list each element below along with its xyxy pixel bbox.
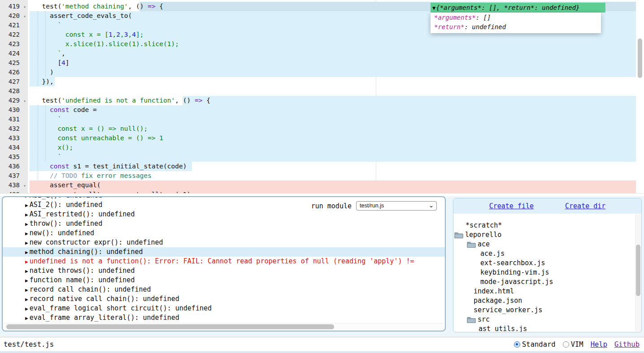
help-link[interactable]: Help <box>591 340 607 349</box>
code-line[interactable]: const calltree = root_calltree(s1) <box>28 190 644 194</box>
gutter-line-number: 427 <box>0 77 28 86</box>
create-dir-link[interactable]: Create dir <box>565 202 605 210</box>
line-number: 419 <box>9 3 20 10</box>
file-tree-scrollbar[interactable] <box>635 215 641 331</box>
expand-triangle-icon: ▶ <box>25 268 28 274</box>
results-scrollbar-thumb[interactable] <box>6 324 334 329</box>
tree-item[interactable]: keybinding-vim.js <box>453 268 635 277</box>
test-result-row[interactable]: ▶ASI_1(): undefined <box>3 196 445 200</box>
create-file-link[interactable]: Create file <box>489 202 534 210</box>
file-tree-scrollbar-thumb[interactable] <box>636 245 640 296</box>
test-result-text: new(): undefined <box>30 229 95 237</box>
code-line[interactable]: const unreachable = () => 1 <box>28 133 644 143</box>
tree-item[interactable]: *scratch* <box>453 221 635 230</box>
code-line[interactable]: ` <box>28 152 644 162</box>
gutter-line-number: 420▾ <box>0 11 28 21</box>
tree-item[interactable]: package.json <box>453 296 635 306</box>
code-token: 2 <box>116 31 120 38</box>
code-line[interactable]: const s1 = test_initial_state(code) <box>28 162 644 171</box>
module-select[interactable]: test/run.js ⌄ <box>356 201 437 211</box>
code-token: }), <box>34 78 54 85</box>
code-line[interactable]: const x = () => null(); <box>28 124 644 133</box>
code-line[interactable]: }), <box>28 77 644 86</box>
tree-item[interactable]: service_worker.js <box>453 306 635 315</box>
test-result-row[interactable]: ▶eval_frame logical short circuit(): und… <box>3 304 445 313</box>
tree-item-label: ace.js <box>480 249 505 258</box>
test-result-row[interactable]: ▶eval_frame array_literal(): undefined <box>3 313 445 323</box>
test-result-row[interactable]: ▶record native call chain(): undefined <box>3 294 445 304</box>
tree-item[interactable]: mode-javascript.js <box>453 277 635 287</box>
line-number: 422 <box>9 31 20 38</box>
fold-arrow-icon[interactable]: ▾ <box>23 181 26 190</box>
tree-item[interactable]: ext-searchbox.js <box>453 258 635 268</box>
test-result-row[interactable]: ▶new constructor expr(): undefined <box>3 238 445 247</box>
test-result-row[interactable]: ▶function name(): undefined <box>3 276 445 285</box>
test-result-row[interactable]: ▶ASI_restrited(): undefined <box>3 210 445 219</box>
file-tree-panel: Create file Create dir *scratch*leporell… <box>453 198 642 332</box>
tree-item[interactable]: ace.js <box>453 249 635 258</box>
folder-icon <box>467 316 476 323</box>
editor-scrollbar-thumb[interactable] <box>638 39 642 78</box>
test-result-row[interactable]: ▶record call chain(): undefined <box>3 285 445 294</box>
fold-arrow-icon[interactable]: ▾ <box>23 96 26 106</box>
code-line[interactable] <box>28 86 644 96</box>
code-editor[interactable]: 419▾420▾421422423424425426427428429▾4304… <box>0 0 644 194</box>
gutter-line-number: 423 <box>0 39 28 49</box>
tooltip-row-return[interactable]: *return*: undefined <box>431 22 601 32</box>
test-result-row[interactable]: ▶undefined is not a function(): Error: F… <box>3 257 445 266</box>
results-horizontal-scrollbar[interactable] <box>4 323 444 330</box>
line-number: 427 <box>9 78 20 85</box>
code-token: 'method chaining' <box>61 3 128 10</box>
code-token: // TODO <box>50 172 77 179</box>
github-link[interactable]: Github <box>614 340 640 349</box>
code-line[interactable]: x(); <box>28 143 644 152</box>
keybinding-standard-radio[interactable]: Standard <box>514 340 556 349</box>
code-token: [ <box>34 59 61 66</box>
code-line[interactable]: ` <box>28 115 644 124</box>
tree-item[interactable]: src <box>453 315 635 324</box>
code-line[interactable]: const code = <box>28 105 644 115</box>
code-token: , <box>128 31 132 38</box>
gutter-line-number: 424 <box>0 49 28 58</box>
test-result-row[interactable]: ▶new(): undefined <box>3 228 445 238</box>
code-line[interactable]: x.slice(1).slice(1).slice(1); <box>28 39 644 49</box>
tooltip-header[interactable]: ▼{*arguments*: [], *return*: undefined} <box>431 3 605 13</box>
test-result-row[interactable]: ▶method chaining(): undefined <box>3 247 445 257</box>
test-result-text: eval_frame array_literal(): undefined <box>30 314 179 322</box>
gutter-line-number: 428 <box>0 86 28 96</box>
code-line[interactable]: test('undefined is not a function', () =… <box>28 96 644 105</box>
code-line[interactable]: [4] <box>28 58 644 68</box>
editor-scrollbar[interactable] <box>637 0 643 194</box>
tree-item[interactable]: index.html <box>453 287 635 296</box>
line-number: 423 <box>9 40 20 47</box>
code-token: test( <box>34 3 61 10</box>
expand-triangle-icon: ▶ <box>25 306 28 312</box>
line-number: 438 <box>9 181 20 189</box>
keybinding-vim-radio[interactable]: VIM <box>563 340 583 349</box>
tree-item-label: service_worker.js <box>474 306 543 315</box>
code-line[interactable]: assert_equal( <box>28 181 644 190</box>
fold-arrow-icon[interactable]: ▾ <box>23 12 26 21</box>
code-token: assert_equal( <box>34 181 100 189</box>
gutter-line-number: 439 <box>0 190 28 194</box>
code-line[interactable]: // TODO fix error messages <box>28 171 644 181</box>
fold-arrow-icon[interactable]: ▾ <box>23 2 26 12</box>
code-token: const unreachable = () => 1 <box>34 134 163 142</box>
value-tooltip: ▼{*arguments*: [], *return*: undefined} … <box>431 3 605 13</box>
expand-triangle-icon: ▶ <box>25 259 28 265</box>
line-number: 425 <box>9 59 20 66</box>
code-line[interactable]: `, <box>28 49 644 58</box>
code-token: test( <box>34 97 61 104</box>
test-result-row[interactable]: ▶throw(): undefined <box>3 219 445 228</box>
code-token: => <box>195 97 202 104</box>
radio-unselected-icon <box>563 341 569 348</box>
editor-gutter: 419▾420▾421422423424425426427428429▾4304… <box>0 0 28 194</box>
tooltip-row-arguments[interactable]: *arguments*: [] <box>431 13 601 22</box>
test-result-row[interactable]: ▶native throws(): undefined <box>3 266 445 276</box>
test-result-text: ASI_2(): undefined <box>30 201 103 209</box>
tree-item[interactable]: leporello <box>453 230 635 240</box>
tree-item[interactable]: ast_utils.js <box>453 324 635 332</box>
code-line[interactable]: ) <box>28 68 644 77</box>
gutter-line-number: 433 <box>0 133 28 143</box>
tree-item[interactable]: ace <box>453 240 635 249</box>
